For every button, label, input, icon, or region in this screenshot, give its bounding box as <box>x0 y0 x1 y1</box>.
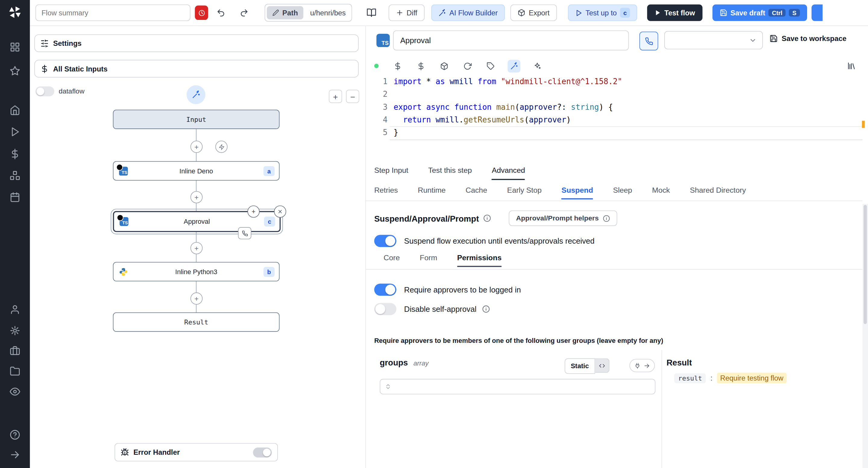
connect-input-pill[interactable] <box>629 359 655 372</box>
test-up-to-button[interactable]: Test up to c <box>568 4 637 21</box>
dataflow-toggle-row: dataflow <box>36 87 85 96</box>
ai-flow-builder-button[interactable]: AI Flow Builder <box>431 4 505 21</box>
add-step-button-4[interactable]: + <box>190 293 203 304</box>
tag-icon[interactable] <box>487 62 495 70</box>
undo-button[interactable] <box>214 5 228 20</box>
test-flow-button[interactable]: Test flow <box>647 4 702 21</box>
path-button[interactable]: Path <box>267 6 304 19</box>
variables-dollar-icon[interactable] <box>10 149 20 159</box>
zoom-out-button[interactable]: − <box>346 90 359 103</box>
flow-node-python-badge: b <box>264 267 275 276</box>
error-handler-row[interactable]: Error Handler <box>115 443 278 461</box>
tab-early-stop[interactable]: Early Stop <box>507 186 541 199</box>
library-icon[interactable] <box>847 58 856 74</box>
schedules-calendar-icon[interactable] <box>10 192 20 202</box>
all-static-inputs-row[interactable]: All Static Inputs <box>34 60 359 78</box>
users-icon[interactable] <box>10 304 20 315</box>
resources-dollar-icon[interactable] <box>417 62 425 70</box>
suspend-phone-button[interactable] <box>639 32 658 50</box>
subtab-form[interactable]: Form <box>420 254 437 267</box>
workers-briefcase-icon[interactable] <box>10 345 20 356</box>
flow-node-inline-python[interactable]: Inline Python3 b <box>113 262 280 281</box>
export-button[interactable]: Export <box>510 4 557 21</box>
flow-summary-input[interactable] <box>36 4 190 21</box>
suspend-flow-toggle[interactable] <box>374 235 396 247</box>
tab-suspend[interactable]: Suspend <box>561 186 593 199</box>
content-scrollbar[interactable] <box>863 204 868 468</box>
flow-node-approval-selected[interactable]: TS Approval c + <box>113 211 281 232</box>
code-lines: import * as wmill from "windmill-client@… <box>394 76 857 139</box>
add-step-button-2[interactable]: + <box>190 191 203 203</box>
node-suspend-phone-icon[interactable] <box>238 227 251 239</box>
trigger-bolt-button[interactable] <box>215 141 227 153</box>
error-handler-toggle[interactable] <box>253 447 272 457</box>
variables-dollar-icon[interactable] <box>394 62 402 70</box>
tab-step-input[interactable]: Step Input <box>374 166 408 180</box>
arrow-right-icon <box>644 362 650 369</box>
dataflow-toggle[interactable] <box>36 87 54 96</box>
flow-node-inline-deno[interactable]: TS Inline Deno a <box>113 161 280 180</box>
code-editor[interactable]: 12345 import * as wmill from "windmill-c… <box>365 74 868 161</box>
subtab-core[interactable]: Core <box>384 254 400 267</box>
expand-sidebar-arrow-icon[interactable] <box>10 449 20 460</box>
history-button[interactable] <box>195 5 208 20</box>
diff-button[interactable]: Diff <box>388 4 424 21</box>
flow-panel: Settings All Static Inputs dataflow + − … <box>30 25 366 468</box>
save-to-workspace-button[interactable]: Save to workspace <box>770 34 846 43</box>
expression-mode-button[interactable] <box>595 358 610 373</box>
tab-shared-directory[interactable]: Shared Directory <box>690 186 746 199</box>
help-icon[interactable] <box>10 430 20 440</box>
groups-value-input[interactable] <box>380 379 655 394</box>
refresh-icon[interactable] <box>463 62 472 70</box>
home-icon[interactable] <box>10 105 20 116</box>
runs-play-icon[interactable] <box>10 127 20 137</box>
path-value[interactable]: u/henri/bes <box>305 8 351 17</box>
script-version-select[interactable] <box>664 31 763 50</box>
folders-icon[interactable] <box>10 366 20 376</box>
path-group: Path u/henri/bes <box>265 4 352 22</box>
ai-wand-button[interactable] <box>187 85 205 104</box>
flow-node-approval-label: Approval <box>184 218 210 226</box>
deno-icon <box>117 214 124 221</box>
static-mode-button[interactable]: Static <box>564 358 595 374</box>
tab-cache[interactable]: Cache <box>466 186 487 199</box>
topbar: Path u/henri/bes Diff AI Flow Builder Ex… <box>30 0 868 26</box>
add-step-button-1[interactable]: + <box>190 141 203 153</box>
save-draft-button[interactable]: Save draft Ctrl S <box>712 4 807 21</box>
add-step-button-3[interactable]: + <box>190 242 203 254</box>
require-login-toggle[interactable] <box>374 284 396 295</box>
flow-node-input[interactable]: Input <box>113 110 280 129</box>
apps-icon[interactable] <box>10 42 20 53</box>
package-icon[interactable] <box>440 62 448 70</box>
favorites-star-icon[interactable] <box>10 66 20 76</box>
tab-sleep[interactable]: Sleep <box>613 186 632 199</box>
zoom-in-button[interactable]: + <box>329 90 342 103</box>
settings-gear-icon[interactable] <box>10 325 20 336</box>
tab-runtime[interactable]: Runtime <box>418 186 445 199</box>
tab-mock[interactable]: Mock <box>652 186 670 199</box>
info-icon[interactable] <box>484 214 491 222</box>
deploy-button-partial[interactable] <box>811 4 823 21</box>
approval-prompt-helpers-button[interactable]: Approval/Prompt helpers <box>509 210 617 226</box>
windmill-logo-icon[interactable] <box>8 5 22 20</box>
ai-wand-icon[interactable] <box>507 59 520 72</box>
docs-book-icon[interactable] <box>364 5 378 20</box>
node-delete-button[interactable] <box>274 205 286 217</box>
resources-boxes-icon[interactable] <box>10 170 20 181</box>
result-panel-title: Result <box>666 358 692 367</box>
subtab-permissions[interactable]: Permissions <box>457 254 501 267</box>
sparkles-icon[interactable] <box>533 62 541 70</box>
tab-retries[interactable]: Retries <box>374 186 398 199</box>
info-icon[interactable] <box>482 305 490 313</box>
disable-self-approval-toggle[interactable] <box>374 303 396 315</box>
redo-button[interactable] <box>237 5 251 20</box>
tab-test-this-step[interactable]: Test this step <box>428 166 472 180</box>
step-name-input[interactable] <box>393 30 629 50</box>
audit-eye-icon[interactable] <box>10 386 20 397</box>
flow-settings-row[interactable]: Settings <box>34 34 359 52</box>
scrollbar-thumb[interactable] <box>864 205 867 324</box>
error-handler-label: Error Handler <box>133 448 180 457</box>
node-add-button[interactable]: + <box>247 205 259 217</box>
flow-node-result[interactable]: Result <box>113 313 280 332</box>
tab-advanced[interactable]: Advanced <box>492 166 525 180</box>
